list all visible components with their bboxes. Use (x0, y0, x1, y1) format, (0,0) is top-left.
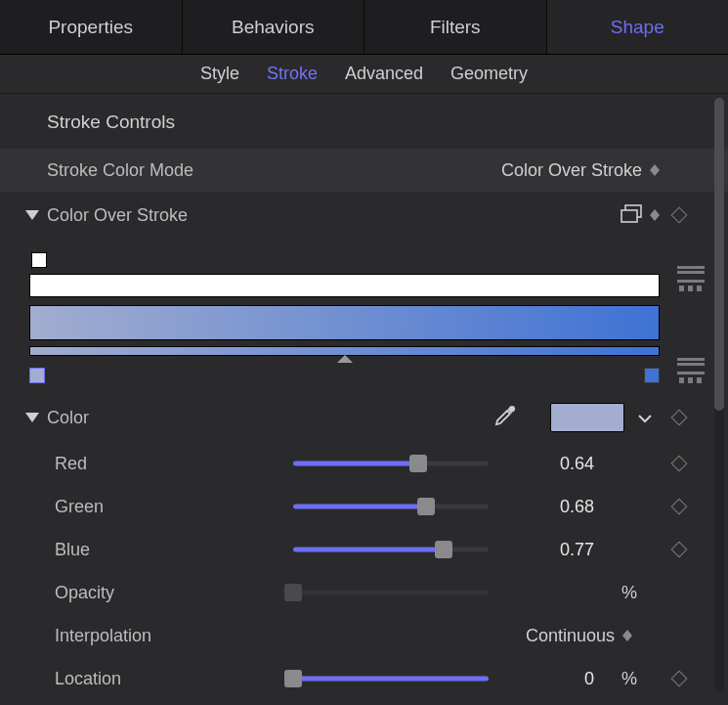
label-red: Red (49, 454, 156, 474)
svg-rect-4 (621, 210, 637, 222)
svg-rect-11 (688, 286, 693, 291)
color-distribute-even-icon[interactable] (677, 352, 705, 366)
keyframe-color[interactable] (671, 410, 688, 426)
value-location[interactable]: 0 (516, 669, 594, 689)
popup-interpolation-value: Continuous (526, 626, 615, 646)
label-opacity: Opacity (49, 583, 156, 603)
tab-filters[interactable]: Filters (364, 0, 547, 54)
svg-rect-16 (679, 377, 684, 383)
chevron-down-icon[interactable] (638, 408, 652, 428)
popup-interpolation[interactable]: Continuous (526, 626, 632, 646)
svg-rect-10 (679, 286, 684, 291)
updown-icon (650, 164, 660, 176)
row-color: Color (0, 393, 728, 442)
color-distribute-tags-icon[interactable] (677, 370, 705, 383)
row-opacity: Opacity % (0, 571, 728, 614)
label-interpolation: Interpolation (49, 626, 215, 646)
label-color: Color (47, 408, 301, 428)
inspector-body: Stroke Controls Stroke Color Mode Color … (0, 94, 728, 700)
unit-location: % (621, 669, 647, 689)
svg-marker-19 (25, 413, 39, 422)
opacity-distribute-even-icon[interactable] (677, 260, 705, 274)
keyframe-color-over-stroke[interactable] (671, 207, 688, 224)
gradient-editor (0, 239, 728, 393)
keyframe-red[interactable] (671, 456, 688, 472)
svg-rect-9 (677, 280, 705, 283)
tab-filters-label: Filters (430, 17, 481, 38)
color-swatch[interactable] (550, 403, 624, 432)
scrollbar-thumb[interactable] (714, 98, 724, 411)
value-red[interactable]: 0.64 (516, 454, 594, 474)
gradient-midpoint-row (29, 356, 660, 366)
tab-shape[interactable]: Shape (547, 0, 729, 54)
row-location: Location 0 % (0, 657, 728, 700)
svg-marker-2 (25, 210, 39, 220)
row-color-over-stroke: Color Over Stroke (0, 192, 728, 239)
label-green: Green (49, 497, 156, 517)
midpoint-handle[interactable] (337, 355, 353, 363)
tab-properties-label: Properties (48, 17, 133, 38)
svg-rect-18 (697, 377, 702, 383)
disclosure-color-over-stroke[interactable] (25, 208, 39, 222)
svg-marker-1 (650, 170, 660, 176)
subtab-style[interactable]: Style (200, 64, 239, 84)
row-blue: Blue 0.77 (0, 528, 728, 571)
color-stops-row (29, 368, 660, 385)
value-blue[interactable]: 0.77 (516, 540, 594, 560)
svg-rect-8 (677, 271, 705, 274)
sub-tabs: Style Stroke Advanced Geometry (0, 55, 728, 94)
opacity-stop-left[interactable] (31, 252, 47, 268)
gradient-preset-icon[interactable] (621, 204, 660, 226)
svg-marker-22 (622, 636, 632, 641)
popup-stroke-color-mode[interactable]: Color Over Stroke (501, 160, 660, 181)
row-interpolation: Interpolation Continuous (0, 614, 728, 657)
section-stroke-controls: Stroke Controls (0, 94, 728, 149)
svg-rect-14 (677, 363, 705, 366)
slider-red[interactable] (293, 454, 489, 473)
opacity-bar[interactable] (29, 274, 660, 297)
svg-rect-13 (677, 358, 705, 361)
svg-rect-15 (677, 372, 705, 375)
color-stop-left[interactable] (29, 368, 45, 383)
color-stop-right[interactable] (644, 368, 660, 383)
subtab-geometry[interactable]: Geometry (450, 64, 528, 84)
label-blue: Blue (49, 540, 156, 560)
row-stroke-color-mode: Stroke Color Mode Color Over Stroke (0, 149, 728, 192)
row-red: Red 0.64 (0, 442, 728, 485)
slider-opacity (293, 583, 489, 602)
svg-marker-6 (650, 215, 660, 221)
updown-icon (622, 630, 632, 641)
subtab-stroke[interactable]: Stroke (267, 64, 318, 84)
label-stroke-color-mode: Stroke Color Mode (47, 160, 301, 181)
tab-shape-label: Shape (611, 17, 664, 38)
updown-icon (650, 209, 660, 221)
main-tabs: Properties Behaviors Filters Shape (0, 0, 728, 55)
eyedropper-icon[interactable] (493, 404, 517, 432)
scrollbar[interactable] (714, 98, 724, 692)
popup-stroke-color-mode-value: Color Over Stroke (501, 160, 642, 181)
disclosure-color[interactable] (25, 411, 39, 424)
svg-rect-17 (688, 377, 693, 383)
label-location: Location (49, 669, 156, 689)
svg-rect-12 (697, 286, 702, 291)
tab-properties[interactable]: Properties (0, 0, 183, 54)
opacity-distribute-tags-icon[interactable] (677, 278, 705, 291)
value-green[interactable]: 0.68 (516, 497, 594, 517)
slider-blue[interactable] (293, 540, 489, 559)
slider-green[interactable] (293, 497, 489, 516)
unit-opacity: % (621, 583, 647, 603)
label-color-over-stroke: Color Over Stroke (47, 205, 301, 226)
subtab-advanced[interactable]: Advanced (345, 64, 423, 84)
slider-location[interactable] (293, 669, 489, 688)
tab-behaviors-label: Behaviors (232, 17, 315, 38)
gradient-bar[interactable] (29, 305, 660, 340)
keyframe-blue[interactable] (671, 542, 688, 558)
svg-rect-7 (677, 266, 705, 269)
svg-point-20 (510, 406, 514, 410)
tab-behaviors[interactable]: Behaviors (183, 0, 365, 54)
row-green: Green 0.68 (0, 485, 728, 528)
keyframe-green[interactable] (671, 499, 688, 515)
keyframe-location[interactable] (671, 671, 688, 687)
